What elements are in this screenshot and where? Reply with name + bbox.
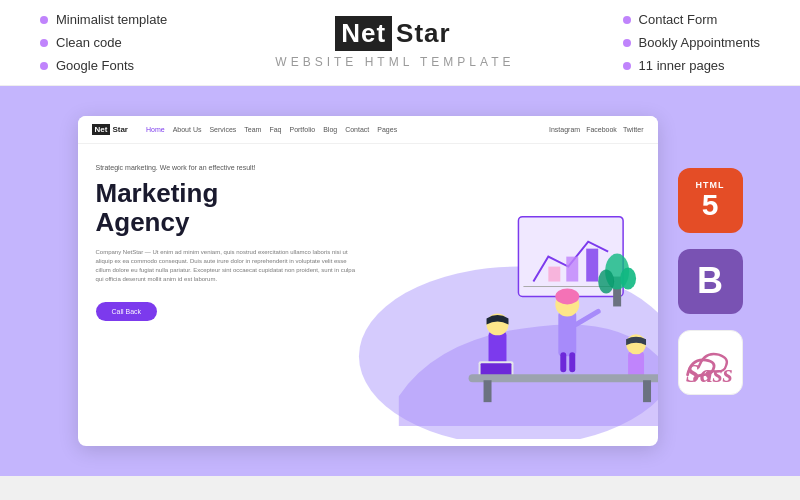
feature-fonts: Google Fonts (40, 58, 167, 73)
nav-link-contact[interactable]: Contact (345, 126, 369, 133)
preview-tagline: Strategic marketing. We work for an effe… (96, 164, 362, 171)
svg-point-12 (555, 289, 579, 305)
svg-rect-4 (586, 249, 598, 282)
preview-right (339, 144, 658, 439)
svg-text:Sass: Sass (686, 359, 733, 384)
sass-svg: Sass (680, 340, 740, 384)
feature-bookly-label: Bookly Appointments (639, 35, 760, 50)
preview-left: Strategic marketing. We work for an effe… (78, 144, 380, 439)
svg-rect-10 (558, 311, 576, 356)
callback-button[interactable]: Call Back (96, 302, 158, 321)
nav-link-blog[interactable]: Blog (323, 126, 337, 133)
preview-logo-star: Star (110, 124, 130, 135)
preview-desc: Company NetStar — Ut enim ad minim venia… (96, 248, 362, 284)
social-twitter[interactable]: Twitter (623, 126, 644, 133)
bullet-icon (623, 16, 631, 24)
bootstrap-icon: B (678, 249, 743, 314)
bullet-icon (40, 62, 48, 70)
preview-logo-net: Net (92, 124, 111, 135)
bullet-icon (40, 16, 48, 24)
svg-rect-16 (488, 331, 506, 366)
nav-link-home[interactable]: Home (146, 126, 165, 133)
illustration-svg (339, 144, 658, 439)
sass-icon: Sass (678, 330, 743, 395)
logo-center: NetStar Website HTML Template (275, 16, 514, 69)
logo: NetStar (335, 16, 454, 51)
features-right: Contact Form Bookly Appointments 11 inne… (623, 12, 760, 73)
feature-pages: 11 inner pages (623, 58, 760, 73)
svg-rect-2 (548, 267, 560, 282)
nav-link-services[interactable]: Services (209, 126, 236, 133)
nav-link-faq[interactable]: Faq (269, 126, 281, 133)
svg-point-9 (620, 268, 636, 290)
logo-net: Net (335, 16, 392, 51)
html-number: 5 (702, 190, 719, 220)
svg-rect-22 (468, 374, 657, 382)
svg-rect-14 (560, 352, 566, 372)
svg-rect-3 (566, 257, 578, 282)
tech-icons: HTML 5 B Sass (678, 168, 743, 395)
bullet-icon (623, 39, 631, 47)
feature-minimalist-label: Minimalist template (56, 12, 167, 27)
feature-clean: Clean code (40, 35, 167, 50)
preview-nav: NetStar Home About Us Services Team Faq … (78, 116, 658, 144)
html5-icon: HTML 5 (678, 168, 743, 233)
feature-fonts-label: Google Fonts (56, 58, 134, 73)
nav-link-portfolio[interactable]: Portfolio (289, 126, 315, 133)
preview-card: NetStar Home About Us Services Team Faq … (78, 116, 658, 446)
nav-link-pages[interactable]: Pages (377, 126, 397, 133)
bullet-icon (623, 62, 631, 70)
preview-nav-social: Instagram Facebook Twitter (549, 126, 644, 133)
features-left: Minimalist template Clean code Google Fo… (40, 12, 167, 73)
nav-link-about[interactable]: About Us (173, 126, 202, 133)
bullet-icon (40, 39, 48, 47)
logo-subtitle: Website HTML Template (275, 55, 514, 69)
main-area: NetStar Home About Us Services Team Faq … (0, 86, 800, 476)
feature-clean-label: Clean code (56, 35, 122, 50)
feature-minimalist: Minimalist template (40, 12, 167, 27)
feature-contact: Contact Form (623, 12, 760, 27)
preview-title: MarketingAgency (96, 179, 362, 236)
preview-nav-links: Home About Us Services Team Faq Portfoli… (146, 126, 397, 133)
logo-star: Star (392, 16, 455, 51)
social-facebook[interactable]: Facebook (586, 126, 617, 133)
top-bar: Minimalist template Clean code Google Fo… (0, 0, 800, 86)
svg-point-8 (598, 270, 614, 294)
preview-body: Strategic marketing. We work for an effe… (78, 144, 658, 439)
svg-rect-24 (643, 380, 651, 402)
feature-contact-label: Contact Form (639, 12, 718, 27)
feature-pages-label: 11 inner pages (639, 58, 725, 73)
bootstrap-label: B (697, 260, 723, 302)
preview-logo: NetStar (92, 124, 130, 135)
svg-rect-23 (483, 380, 491, 402)
nav-link-team[interactable]: Team (244, 126, 261, 133)
social-instagram[interactable]: Instagram (549, 126, 580, 133)
feature-bookly: Bookly Appointments (623, 35, 760, 50)
svg-rect-15 (569, 352, 575, 372)
